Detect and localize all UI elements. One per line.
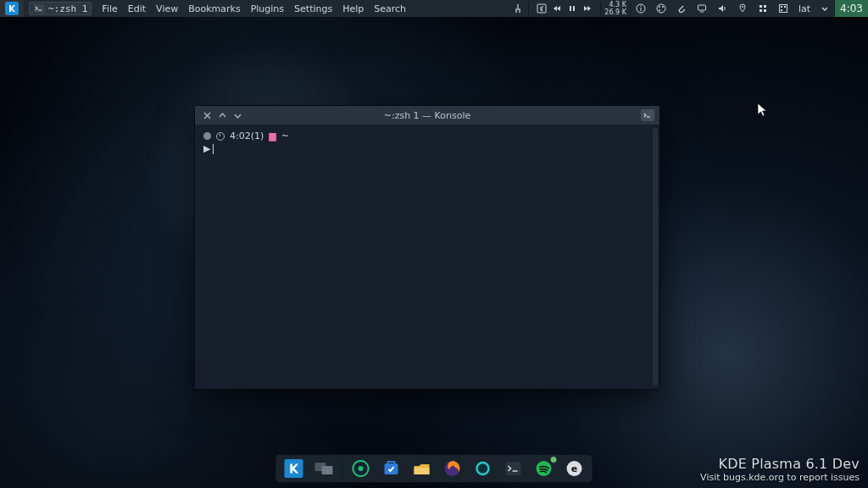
app-teal-icon[interactable] xyxy=(470,457,496,480)
svg-point-7 xyxy=(640,5,642,7)
window-close-icon[interactable] xyxy=(202,110,212,120)
svg-text:e: e xyxy=(571,463,577,474)
folder-icon: ▆ xyxy=(269,130,275,142)
window-up-icon[interactable] xyxy=(217,110,227,120)
svg-rect-28 xyxy=(415,468,430,474)
svg-rect-0 xyxy=(34,4,44,13)
text-caret xyxy=(213,144,214,154)
bottom-dock: e xyxy=(275,454,593,483)
dolphin-icon[interactable] xyxy=(409,457,435,480)
tray-grid-icon[interactable] xyxy=(753,0,773,17)
tray-qr-icon[interactable] xyxy=(773,0,793,17)
prompt-clock-icon xyxy=(216,132,225,141)
tray-location-icon[interactable] xyxy=(732,0,753,17)
konsole-icon[interactable] xyxy=(501,457,526,480)
svg-rect-22 xyxy=(781,9,782,11)
tray-info-icon[interactable] xyxy=(631,0,651,17)
net-up: 4.3 K xyxy=(609,1,626,8)
terminal-icon xyxy=(33,3,45,14)
konsole-title: ~:zsh 1 — Konsole xyxy=(195,110,659,121)
menu-settings[interactable]: Settings xyxy=(289,0,337,17)
svg-rect-17 xyxy=(760,9,762,12)
menu-view[interactable]: View xyxy=(151,0,183,17)
panel-clock[interactable]: 4:03 xyxy=(835,0,868,17)
app-green1-icon[interactable] xyxy=(348,457,374,480)
task-chip[interactable]: ~:zsh 1 xyxy=(24,0,97,17)
svg-rect-20 xyxy=(781,6,782,8)
prompt-time: 4:02(1) xyxy=(230,130,264,142)
svg-rect-15 xyxy=(760,5,762,8)
svg-rect-25 xyxy=(322,466,333,474)
spotify-icon[interactable] xyxy=(531,457,557,480)
top-panel: ~:zsh 1 File Edit View Bookmarks Plugins… xyxy=(0,0,868,17)
task-switcher-icon[interactable] xyxy=(312,457,337,480)
window-down-icon[interactable] xyxy=(232,110,242,120)
tray-volume-icon[interactable] xyxy=(712,0,732,17)
app-round-icon[interactable]: e xyxy=(562,457,587,480)
net-down: 26.9 K xyxy=(604,8,626,16)
prompt-symbol: ▶ xyxy=(203,142,210,155)
svg-rect-21 xyxy=(784,6,786,8)
menu-search[interactable]: Search xyxy=(369,0,411,17)
svg-rect-12 xyxy=(698,5,705,10)
media-prev-icon[interactable] xyxy=(549,3,565,14)
menu-plugins[interactable]: Plugins xyxy=(246,0,289,17)
discover-icon[interactable] xyxy=(379,457,404,480)
konsole-window[interactable]: ~:zsh 1 — Konsole 4:02(1) ▆ ~ ▶ xyxy=(194,105,660,390)
tray-clip-icon[interactable] xyxy=(671,0,692,17)
svg-point-8 xyxy=(657,4,665,13)
terminal-scrollbar[interactable] xyxy=(653,128,658,385)
svg-rect-16 xyxy=(764,5,766,8)
konsole-app-icon[interactable] xyxy=(641,109,654,121)
konsole-titlebar[interactable]: ~:zsh 1 — Konsole xyxy=(195,106,659,125)
tray-color-picker-icon[interactable] xyxy=(651,0,671,17)
prompt-bullet-icon xyxy=(203,132,211,140)
svg-point-26 xyxy=(359,466,364,471)
menu-help[interactable]: Help xyxy=(337,0,369,17)
svg-rect-31 xyxy=(506,462,521,475)
svg-point-9 xyxy=(659,6,660,8)
kde-kickoff[interactable] xyxy=(0,0,24,17)
svg-rect-19 xyxy=(779,5,787,13)
media-next-icon[interactable] xyxy=(580,3,595,14)
tray-expand-icon[interactable] xyxy=(815,0,834,17)
desktop-info: KDE Plasma 6.1 Dev Visit bugs.kde.org to… xyxy=(700,456,860,483)
menu-bookmarks[interactable]: Bookmarks xyxy=(183,0,245,17)
svg-point-11 xyxy=(659,9,660,11)
task-chip-label: ~:zsh 1 xyxy=(48,3,87,14)
media-app-icon[interactable] xyxy=(534,3,549,14)
svg-point-10 xyxy=(662,6,664,8)
firefox-icon[interactable] xyxy=(440,457,465,480)
kde-launcher-icon[interactable] xyxy=(281,457,307,480)
menu-file[interactable]: File xyxy=(97,0,122,17)
global-menubar: File Edit View Bookmarks Plugins Setting… xyxy=(97,0,411,17)
prompt-dir: ~ xyxy=(281,130,289,142)
media-pause-icon[interactable] xyxy=(565,3,580,14)
media-controls xyxy=(529,0,600,17)
network-speed[interactable]: 4.3 K 26.9 K xyxy=(601,0,630,17)
tray-pin-icon[interactable] xyxy=(508,0,528,17)
svg-rect-4 xyxy=(573,6,575,11)
terminal-area[interactable]: 4:02(1) ▆ ~ ▶ xyxy=(195,125,659,389)
plasma-subtitle: Visit bugs.kde.org to report issues xyxy=(700,472,860,483)
svg-rect-3 xyxy=(570,6,571,11)
tray-display-icon[interactable] xyxy=(692,0,712,17)
menu-edit[interactable]: Edit xyxy=(123,0,151,17)
svg-rect-18 xyxy=(764,9,766,12)
svg-point-14 xyxy=(742,6,743,8)
plasma-version: KDE Plasma 6.1 Dev xyxy=(700,456,860,472)
kde-logo-icon xyxy=(5,2,19,15)
keyboard-layout[interactable]: lat xyxy=(793,0,815,17)
